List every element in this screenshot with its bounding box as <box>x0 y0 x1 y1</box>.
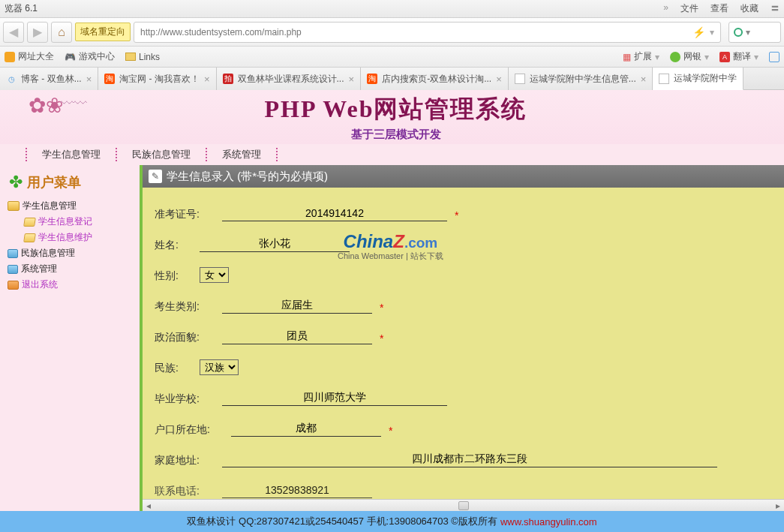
tab-title: 博客 - 双鱼林... <box>21 73 82 86</box>
required-marker: * <box>380 302 383 314</box>
tab-close-icon[interactable]: × <box>349 74 355 85</box>
tree-student-register[interactable]: 学生信息登记 <box>24 214 135 230</box>
tab-title: 双鱼林毕业课程系统设计... <box>238 73 344 86</box>
toolbar-translate[interactable]: A 翻译 ▾ <box>719 50 758 63</box>
content-header: ✎ 学生信息录入 (带*号的为必填项) <box>143 165 784 188</box>
tab-favicon: 淘 <box>367 74 377 84</box>
input-address[interactable] <box>222 452 717 467</box>
browser-tab-0[interactable]: ◷博客 - 双鱼林...× <box>0 68 98 90</box>
search-dropdown-icon[interactable]: ▾ <box>746 27 750 38</box>
browser-tab-2[interactable]: 拍双鱼林毕业课程系统设计...× <box>217 68 362 90</box>
url-text: http://www.studentsystem.com/main.php <box>140 27 692 38</box>
tab-close-icon[interactable]: × <box>641 74 647 85</box>
menu-favorites[interactable]: 收藏 <box>740 2 758 15</box>
tab-close-icon[interactable]: × <box>496 74 502 85</box>
menu-view[interactable]: 查看 <box>710 2 728 15</box>
tab-close-icon[interactable]: × <box>204 74 210 85</box>
translate-icon: A <box>719 52 730 62</box>
sidebar: ✤ 用户菜单 学生信息管理 学生信息登记 学生信息维护 <box>0 165 140 511</box>
input-politics[interactable] <box>222 329 372 344</box>
browser-search-box[interactable]: ▾ <box>728 22 781 43</box>
horizontal-scrollbar[interactable]: ◂ ▸ <box>143 499 784 511</box>
scroll-left-icon[interactable]: ◂ <box>143 500 155 511</box>
leaf-icon <box>23 233 36 242</box>
menu-more-icon[interactable]: » <box>663 2 668 15</box>
menu-tools-icon[interactable]: 〓 <box>770 2 779 15</box>
select-gender[interactable]: 女 <box>200 267 229 283</box>
fast-mode-icon[interactable]: ⚡ <box>692 26 705 38</box>
bookmark-links[interactable]: Links <box>125 52 160 62</box>
browser-tab-4[interactable]: 运城学院附中学生信息管...× <box>509 68 653 90</box>
tab-close-icon[interactable]: × <box>86 74 92 85</box>
tab-favicon <box>515 74 525 84</box>
input-name[interactable] <box>200 236 350 252</box>
row-hukou: 户口所在地: * <box>155 421 776 437</box>
sidebar-header: ✤ 用户菜单 <box>3 170 137 195</box>
scroll-thumb[interactable] <box>458 501 469 510</box>
home-button[interactable]: ⌂ <box>51 22 72 43</box>
forward-button[interactable]: ▶ <box>27 22 48 43</box>
tree-system[interactable]: 系统管理 <box>8 261 135 277</box>
input-grad-school[interactable] <box>222 390 447 406</box>
topmenu-ethnic[interactable]: 民族信息管理 <box>116 148 207 161</box>
row-name: 姓名: <box>155 236 776 252</box>
row-cand-type: 考生类别: * <box>155 298 776 314</box>
tab-favicon <box>659 74 669 84</box>
tab-favicon: 拍 <box>223 74 233 84</box>
toolbar-screenshot[interactable] <box>769 52 779 62</box>
window-title: 览器 6.1 <box>5 2 38 15</box>
label-name: 姓名: <box>155 239 192 252</box>
tree-student-info[interactable]: 学生信息管理 <box>8 198 135 214</box>
bookmark-game-center[interactable]: 🎮 游戏中心 <box>65 50 115 63</box>
bookmark-site-all[interactable]: 网址大全 <box>5 50 54 63</box>
footer-text: 双鱼林设计 QQ:287307421或254540457 手机:13908064… <box>187 515 497 528</box>
game-icon: 🎮 <box>65 52 76 62</box>
input-hukou[interactable] <box>231 421 381 437</box>
row-gender: 性别: 女 <box>155 267 776 283</box>
browser-tab-3[interactable]: 淘店内搜索页-双鱼林设计淘...× <box>361 68 509 90</box>
content-header-text: 学生信息录入 (带*号的为必填项) <box>167 170 328 184</box>
banner-flower-art <box>23 92 105 143</box>
scroll-right-icon[interactable]: ▸ <box>772 500 784 511</box>
tab-title: 运城学院附中学生信息管... <box>530 73 636 86</box>
banner-title: PHP Web网站管理系统 <box>105 93 686 126</box>
menu-file[interactable]: 文件 <box>680 2 698 15</box>
toolbar-bank[interactable]: 网银 ▾ <box>670 50 709 63</box>
topmenu-student[interactable]: 学生信息管理 <box>26 148 117 161</box>
tree-student-maintain[interactable]: 学生信息维护 <box>24 230 135 245</box>
footer-link[interactable]: www.shuangyulin.com <box>500 516 597 527</box>
site-banner: PHP Web网站管理系统 基于三层模式开发 <box>0 90 784 144</box>
browser-tab-5[interactable]: 运城学院附中学 <box>653 68 743 90</box>
tree-logout[interactable]: 退出系统 <box>8 277 135 293</box>
required-marker: * <box>380 332 383 344</box>
url-dropdown-icon[interactable]: ▾ <box>710 27 714 38</box>
label-ethnic: 民族: <box>155 362 192 375</box>
required-marker: * <box>455 209 458 221</box>
banner-subtitle: 基于三层模式开发 <box>105 128 686 142</box>
tab-favicon: 淘 <box>104 74 115 84</box>
toolbar-extensions[interactable]: ▦ 扩展 ▾ <box>623 50 659 63</box>
label-politics: 政治面貌: <box>155 331 215 344</box>
banner-title-block: PHP Web网站管理系统 基于三层模式开发 <box>105 93 784 142</box>
tab-title: 运城学院附中学 <box>674 72 737 85</box>
tab-title: 店内搜索页-双鱼林设计淘... <box>382 73 491 86</box>
select-ethnic[interactable]: 汉族 <box>200 359 239 375</box>
tab-title: 淘宝网 - 淘我喜欢！ <box>119 73 200 86</box>
folder-icon <box>8 201 20 211</box>
scroll-track[interactable] <box>155 501 772 510</box>
url-field[interactable]: http://www.studentsystem.com/main.php ⚡ … <box>134 22 721 43</box>
input-cand-type[interactable] <box>222 298 372 314</box>
input-exam-id[interactable] <box>222 206 447 221</box>
row-exam-id: 准考证号: * <box>155 206 776 221</box>
extension-icon: ▦ <box>623 52 631 62</box>
label-gender: 性别: <box>155 269 192 283</box>
topmenu-system[interactable]: 系统管理 <box>206 148 278 161</box>
sidebar-header-text: 用户菜单 <box>27 173 81 191</box>
back-button[interactable]: ◀ <box>3 22 24 43</box>
tree-ethnic-info[interactable]: 民族信息管理 <box>8 245 135 261</box>
url-redirect-tag: 域名重定向 <box>75 23 131 41</box>
cube-icon <box>8 265 18 274</box>
input-phone[interactable] <box>222 482 372 498</box>
browser-tab-1[interactable]: 淘淘宝网 - 淘我喜欢！× <box>98 68 216 90</box>
screenshot-icon <box>769 52 779 62</box>
